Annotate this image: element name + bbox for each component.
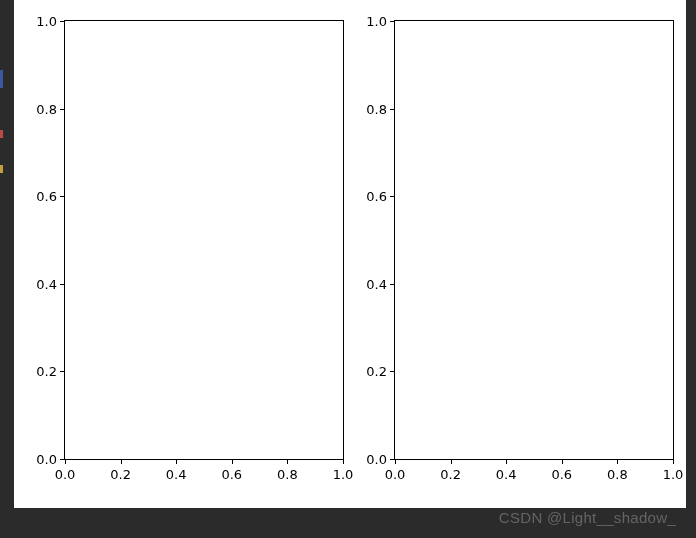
ytick-label: 0.2	[36, 364, 57, 379]
gutter-marker	[0, 165, 3, 173]
xtick-label: 0.8	[277, 467, 298, 482]
subplot-2: 1.0 0.8 0.6 0.4 0.2 0.0 0.0 0.2 0.4 0.6 …	[394, 20, 674, 460]
ytick-label: 0.0	[36, 452, 57, 467]
ytick-label: 0.8	[36, 101, 57, 116]
xtick-label: 0.6	[221, 467, 242, 482]
xtick-label: 0.0	[385, 467, 406, 482]
xtick-label: 1.0	[663, 467, 684, 482]
gutter-marker	[0, 70, 3, 88]
xtick-label: 0.2	[440, 467, 461, 482]
ytick-label: 0.8	[366, 101, 387, 116]
editor-gutter	[0, 0, 8, 538]
gutter-marker	[0, 130, 3, 138]
ytick-label: 0.4	[366, 276, 387, 291]
ytick-label: 0.6	[366, 189, 387, 204]
figure-canvas: 1.0 0.8 0.6 0.4 0.2 0.0 0.0 0.2 0.4 0.6 …	[14, 0, 686, 508]
xtick-label: 0.4	[496, 467, 517, 482]
xtick-label: 0.6	[551, 467, 572, 482]
ytick-label: 1.0	[366, 14, 387, 29]
ytick-label: 0.6	[36, 189, 57, 204]
xtick-label: 0.8	[607, 467, 628, 482]
xtick-label: 0.4	[166, 467, 187, 482]
xtick-label: 0.2	[110, 467, 131, 482]
subplot-1: 1.0 0.8 0.6 0.4 0.2 0.0 0.0 0.2 0.4 0.6 …	[64, 20, 344, 460]
ytick-label: 1.0	[36, 14, 57, 29]
ytick-label: 0.2	[366, 364, 387, 379]
xtick-label: 1.0	[333, 467, 354, 482]
watermark-text: CSDN @Light__shadow_	[499, 509, 676, 526]
ytick-label: 0.4	[36, 276, 57, 291]
ytick-label: 0.0	[366, 452, 387, 467]
xtick-label: 0.0	[55, 467, 76, 482]
